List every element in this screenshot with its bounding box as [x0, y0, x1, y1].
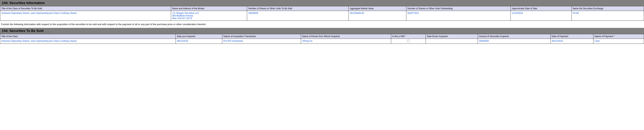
col-header-shares-sell: Number of Shares or Other Units To Be So…: [247, 6, 349, 11]
col2-header-person: Name of Person from Whom Acquired: [301, 34, 391, 39]
col2-header-date-acquired: Date you Acquired: [176, 34, 222, 39]
broker-address2: New York NY 10179: [172, 17, 192, 20]
section1-header: 144: Securities Information: [0, 0, 644, 6]
col-header-aggregate: Aggregate Market Value: [349, 6, 406, 11]
section2-title: 144: Securities To Be Sold: [2, 29, 44, 33]
cell-class-title: American Depositary Shares, each represe…: [0, 11, 171, 21]
table-row: American Depositary Shares, each represe…: [0, 11, 644, 21]
cell2-date-payment: 09/12/2019: [550, 39, 593, 44]
info-text: Furnish the following information with r…: [0, 21, 644, 28]
col-header-exchange: Name the Securities Exchange: [572, 6, 644, 11]
cell2-amount: 25000000: [478, 39, 550, 44]
cell2-date-donor: [426, 39, 478, 44]
table-row: American Depositary Shares, each represe…: [0, 39, 644, 44]
broker-address1: 383 Madison Avenue,: [172, 14, 194, 17]
cell2-date-acquired: 09/12/2019: [176, 39, 222, 44]
cell-aggregate: 391250000.00: [349, 11, 406, 21]
col-header-broker: Name and Address of the Broker: [171, 6, 247, 11]
cell-broker: J.P. Morgan Securities LLC 383 Madison A…: [171, 11, 247, 21]
col2-header-date-payment: Date of Payment: [550, 34, 593, 39]
col2-header-nature-transaction: Nature of Acquisition Transaction: [222, 34, 301, 39]
broker-name: J.P. Morgan Securities LLC: [172, 12, 199, 14]
col2-header-amount: Amount of Securities Acquired: [478, 34, 550, 39]
cell-shares-outstanding: 942677915: [406, 11, 510, 21]
cell2-nature-transaction: Pre-IPO Investment: [222, 39, 301, 44]
cell2-class-title: American Depositary Shares, each represe…: [0, 39, 176, 44]
col2-header-class: Title of the Class: [0, 34, 176, 39]
cell2-gift: [391, 39, 426, 44]
col-header-class: Title of the Class of Securities To Be S…: [0, 6, 171, 11]
securities-information-table: Title of the Class of Securities To Be S…: [0, 6, 644, 21]
cell-date-sale: 12/15/2023: [510, 11, 572, 21]
section1-title: 144: Securities Information: [2, 1, 45, 5]
col2-header-gift: Is this a Gift?: [391, 34, 426, 39]
col-header-shares-outstanding: Number of Shares or Other Units Outstand…: [406, 6, 510, 11]
gift-checkbox[interactable]: [407, 40, 410, 42]
col2-header-date-donor: Date Donor Acquired: [426, 34, 478, 39]
cell-shares-sell: 25000000: [247, 11, 349, 21]
col-header-date-sale: Approximate Date of Sale: [510, 6, 572, 11]
section2-header: 144: Securities To Be Sold: [0, 28, 644, 34]
col2-header-nature-payment: Nature of Payment *: [593, 34, 644, 39]
cell2-nature-payment: Cash: [593, 39, 644, 44]
cell2-person-from: XPeng Inc.: [301, 39, 391, 44]
cell-exchange: NYSE: [572, 11, 644, 21]
securities-sold-table: Title of the Class Date you Acquired Nat…: [0, 34, 644, 44]
